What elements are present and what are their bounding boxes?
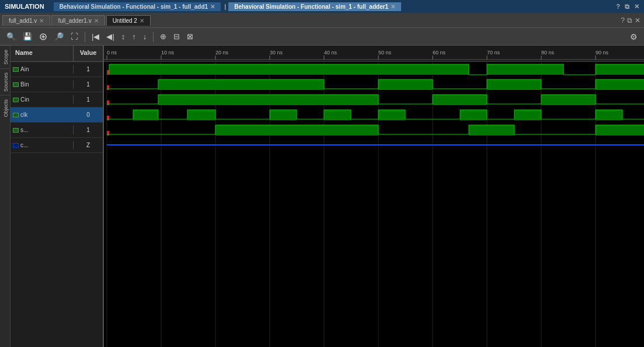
- signal-row-s[interactable]: s... 1: [11, 123, 103, 138]
- close-button[interactable]: ✕: [634, 3, 639, 11]
- signal-row-clk[interactable]: clk 0: [11, 107, 103, 123]
- timeline-20ns: 20 ns: [215, 50, 229, 55]
- svg-rect-113: [596, 110, 622, 120]
- toggle-marker-button[interactable]: ⊟: [170, 30, 183, 43]
- svg-rect-36: [596, 64, 644, 75]
- help-button[interactable]: ?: [616, 3, 620, 10]
- svg-rect-41: [158, 79, 324, 90]
- signal-s-value: 1: [74, 126, 103, 134]
- name-column-header: Name: [11, 46, 74, 61]
- cin-waveform: [107, 95, 644, 105]
- signal-row-cin[interactable]: Cin 1: [11, 92, 103, 107]
- clk-waveform: [107, 110, 644, 120]
- tab-bar-controls: ? ⧉ ✕: [621, 16, 644, 25]
- signal-c-name: c...: [11, 141, 74, 150]
- svg-rect-24: [107, 70, 109, 75]
- signal-ain-icon: [13, 67, 19, 72]
- title-tab-2-close[interactable]: ✕: [391, 4, 395, 10]
- signal-c-icon: [13, 143, 19, 148]
- svg-rect-39: [107, 85, 109, 90]
- signal-clk-name: clk: [11, 110, 74, 119]
- title-tab-1[interactable]: Behavioral Simulation - Functional - sim…: [54, 2, 221, 11]
- tab-close-icon[interactable]: ✕: [635, 16, 640, 25]
- timeline-header: 0 ns 10 ns 20 ns 30 ns 40 ns 50 ns: [104, 46, 644, 62]
- svg-rect-88: [270, 110, 297, 120]
- restore-button[interactable]: ⧉: [625, 3, 629, 11]
- signal-list-padding: [11, 153, 103, 347]
- svg-rect-56: [596, 79, 644, 90]
- tab-full-add1-close[interactable]: ✕: [39, 18, 44, 24]
- tab-untitled2-label: Untitled 2: [113, 18, 137, 24]
- prev-edge-button[interactable]: ↑: [129, 30, 139, 43]
- signal-cin-label: Cin: [20, 96, 29, 103]
- delete-marker-button[interactable]: ⊠: [184, 30, 196, 43]
- timeline-50ns: 50 ns: [378, 50, 392, 55]
- svg-rect-133: [596, 125, 644, 136]
- title-tab-2[interactable]: Behavioral Simulation - Functional - sim…: [228, 2, 401, 11]
- signal-ain-value: 1: [74, 65, 103, 74]
- sources-panel-label[interactable]: Sources: [0, 68, 10, 95]
- s-waveform: [107, 125, 644, 136]
- signal-row-bin[interactable]: Bin 1: [11, 77, 103, 92]
- svg-rect-98: [378, 110, 405, 120]
- title-tab-1-label: Behavioral Simulation - Functional - sim…: [60, 4, 208, 10]
- fullscreen-button[interactable]: ⛶: [68, 30, 81, 43]
- svg-rect-51: [487, 79, 541, 90]
- svg-rect-128: [469, 125, 514, 136]
- save-button[interactable]: 💾: [20, 30, 35, 43]
- title-bar-controls: ? ⧉ ✕: [616, 3, 639, 11]
- signal-row-ain[interactable]: Ain 1: [11, 62, 103, 77]
- svg-rect-103: [460, 110, 487, 120]
- title-tab-1-close[interactable]: ✕: [210, 4, 215, 10]
- prev-trans-button[interactable]: ◀|: [103, 30, 117, 43]
- tab-untitled2-close[interactable]: ✕: [140, 18, 144, 24]
- waveform-svg: [104, 62, 644, 347]
- timeline-0ns: 0 ns: [107, 50, 117, 55]
- svg-rect-121: [107, 131, 109, 136]
- timeline-60ns: 60 ns: [433, 50, 446, 55]
- svg-rect-76: [107, 116, 109, 120]
- svg-rect-25: [109, 64, 469, 75]
- signal-s-icon: [13, 128, 19, 133]
- next-edge-button[interactable]: ↓: [140, 30, 150, 43]
- scope-panel-label[interactable]: Scope: [0, 46, 10, 68]
- zoom-in-button[interactable]: 🔍: [4, 30, 19, 43]
- svg-rect-66: [433, 95, 487, 105]
- signal-s-label: s...: [20, 127, 28, 133]
- tab-help-icon[interactable]: ?: [621, 16, 625, 25]
- ain-waveform: [107, 64, 644, 75]
- zoom-fit-button[interactable]: [36, 31, 50, 43]
- left-panel-tabs: Scope Sources Objects: [0, 46, 11, 347]
- waveform-canvas[interactable]: [104, 62, 644, 347]
- tab-full-adder1[interactable]: full_adder1.v ✕: [51, 15, 105, 26]
- tab-full-adder1-close[interactable]: ✕: [94, 18, 99, 24]
- timeline-80ns: 80 ns: [541, 50, 555, 55]
- objects-panel-label[interactable]: Objects: [0, 95, 10, 121]
- timeline-svg: 0 ns 10 ns 20 ns 30 ns 40 ns 50 ns: [104, 46, 644, 60]
- zoom-out-button[interactable]: 🔎: [51, 30, 67, 43]
- svg-rect-46: [378, 79, 433, 90]
- svg-rect-61: [158, 95, 378, 105]
- timeline-30ns: 30 ns: [270, 50, 283, 55]
- settings-button[interactable]: ⚙: [627, 30, 640, 43]
- signal-s-name: s...: [11, 126, 74, 134]
- signal-row-c[interactable]: c... Z: [11, 138, 103, 153]
- toolbar-sep-2: [153, 32, 154, 42]
- timeline-10ns: 10 ns: [161, 50, 175, 55]
- next-trans-button[interactable]: ↕: [119, 30, 128, 43]
- tab-restore-icon[interactable]: ⧉: [627, 16, 632, 25]
- main-area: Scope Sources Objects Name Value Ain 1: [0, 46, 644, 347]
- svg-rect-93: [324, 110, 351, 120]
- go-to-start-button[interactable]: |◀: [89, 30, 102, 43]
- tab-untitled2[interactable]: Untitled 2 ✕: [106, 15, 151, 26]
- svg-rect-83: [187, 110, 215, 120]
- svg-rect-28: [469, 64, 487, 75]
- svg-rect-59: [107, 100, 109, 105]
- signal-panel: Name Value Ain 1 Bin 1: [11, 46, 644, 347]
- add-marker-button[interactable]: ⊕: [157, 30, 169, 43]
- timeline-40ns: 40 ns: [324, 50, 337, 55]
- signal-clk-icon: [13, 113, 19, 117]
- tab-full-add1[interactable]: full_add1.v ✕: [2, 15, 50, 26]
- name-value-column: Name Value Ain 1 Bin 1: [11, 46, 104, 347]
- signal-cin-name: Cin: [11, 95, 74, 104]
